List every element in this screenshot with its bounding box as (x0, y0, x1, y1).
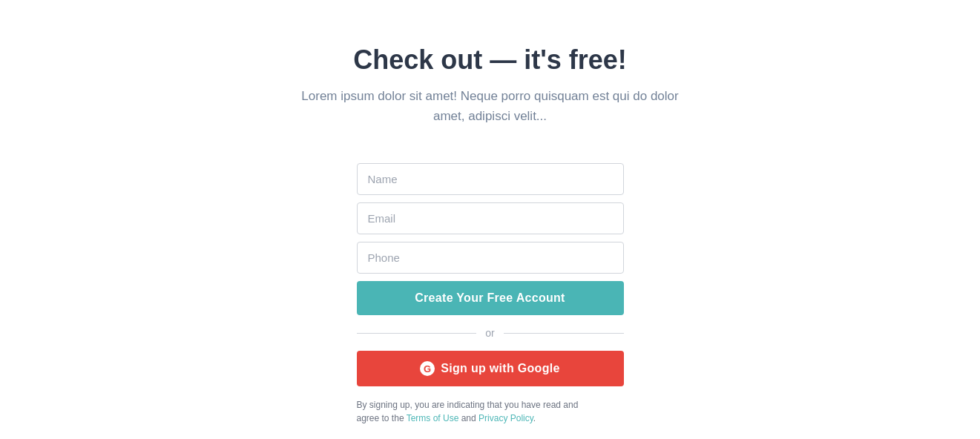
email-input[interactable] (357, 202, 624, 234)
signup-form: Create Your Free Account or G Sign up wi… (357, 163, 624, 425)
privacy-policy-link[interactable]: Privacy Policy (479, 413, 533, 423)
divider-text: or (485, 327, 494, 339)
google-icon: G (420, 361, 435, 376)
phone-input[interactable] (357, 242, 624, 274)
or-divider: or (357, 327, 624, 339)
legal-notice: By signing up, you are indicating that y… (357, 398, 594, 425)
page-subtitle: Lorem ipsum dolor sit amet! Neque porro … (297, 86, 683, 126)
name-input[interactable] (357, 163, 624, 195)
legal-suffix: . (533, 413, 536, 423)
divider-line-right (504, 333, 624, 334)
google-button-label: Sign up with Google (441, 362, 559, 375)
page-title: Check out — it's free! (353, 44, 627, 76)
terms-of-use-link[interactable]: Terms of Use (407, 413, 459, 423)
google-signup-button[interactable]: G Sign up with Google (357, 351, 624, 386)
legal-conjunction: and (458, 413, 479, 423)
divider-line-left (357, 333, 477, 334)
page-container: Check out — it's free! Lorem ipsum dolor… (0, 30, 980, 439)
create-account-button[interactable]: Create Your Free Account (357, 281, 624, 315)
